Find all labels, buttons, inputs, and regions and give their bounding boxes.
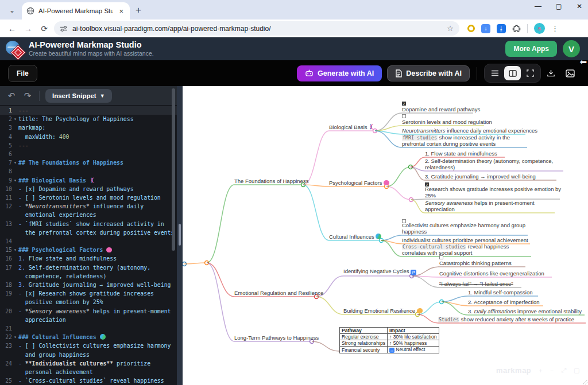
fold-arrow-icon[interactable]: ▾: [12, 246, 18, 254]
leaf-individualist[interactable]: Individualist cultures prioritize person…: [402, 238, 537, 244]
reload-icon[interactable]: ⟳: [38, 24, 51, 33]
extension-save-icon[interactable]: ⭳: [497, 24, 506, 33]
editor-line-21[interactable]: 21: [0, 324, 177, 333]
new-tab-button[interactable]: +: [136, 5, 141, 16]
editor-line-11[interactable]: 11- [ ] Serotonin levels and mood regula…: [0, 193, 177, 202]
redo-icon[interactable]: ↷: [22, 91, 33, 101]
leaf-cognitive-distortions[interactable]: Cognitive distortions like overgeneraliz…: [439, 271, 568, 277]
editor-line-5[interactable]: 5---: [0, 141, 177, 150]
zoom-out-icon[interactable]: −: [550, 367, 554, 374]
leaf-sensory-awareness[interactable]: Sensory awareness helps in present-momen…: [425, 200, 541, 212]
back-icon[interactable]: ←: [6, 24, 18, 33]
editor-line-20[interactable]: 20- *Sensory awareness* helps in present…: [0, 307, 177, 324]
export-image-button[interactable]: [560, 65, 580, 81]
leaf-fmri[interactable]: fMRI studies show increased activity in …: [402, 135, 532, 147]
fold-arrow-icon[interactable]: ▾: [12, 333, 18, 341]
tab-close-icon[interactable]: ×: [117, 7, 125, 15]
leaf-serotonin[interactable]: Serotonin levels and mood regulation: [402, 119, 523, 126]
fold-arrow-icon[interactable]: ▾: [12, 115, 18, 123]
leaf-collectivist[interactable]: Collectivist cultures emphasize harmony …: [402, 223, 533, 235]
editor-line-17[interactable]: 172. Self-determination theory (autonomy…: [0, 263, 177, 281]
panel-resize-divider[interactable]: [177, 86, 183, 385]
mindmap-panel[interactable]: markmap + − ⤢ ▢ ◑ The Foundations of Hap…: [183, 86, 588, 385]
undo-icon[interactable]: ↶: [6, 91, 17, 101]
editor-line-18[interactable]: 183. Gratitude journaling → improved wel…: [0, 281, 177, 289]
editor-line-4[interactable]: 4 maxWidth: 400: [0, 133, 177, 141]
branch-negative-cycles[interactable]: Identifying Negative Cycles ⇄: [343, 269, 430, 275]
leaf-self-determination[interactable]: 2. Self-determination theory (autonomy, …: [425, 158, 567, 170]
site-settings-icon[interactable]: [60, 25, 68, 33]
editor-line-9[interactable]: 9▾### Biological Basis: [0, 176, 177, 185]
editor-scrollbar[interactable]: [172, 88, 175, 251]
frame-icon[interactable]: ▢: [574, 367, 579, 374]
branch-long-term[interactable]: Long-Term Pathways to Happiness: [234, 335, 323, 341]
leaf-cross-cultural[interactable]: Cross-cultural studies reveal happiness …: [402, 244, 534, 256]
extension-download-icon[interactable]: ↓: [481, 24, 490, 33]
fold-arrow-icon[interactable]: ▾: [12, 158, 18, 167]
user-avatar[interactable]: V: [563, 40, 580, 57]
view-editor-only-button[interactable]: [486, 66, 503, 80]
browser-tab[interactable]: AI-Powered Markmap Studio ×: [22, 2, 130, 20]
editor-line-8[interactable]: 8: [0, 167, 177, 176]
fit-view-icon[interactable]: ⤢: [561, 367, 566, 374]
view-fullscreen-button[interactable]: [522, 66, 539, 80]
window-maximize-button[interactable]: ▢: [555, 2, 563, 10]
editor-line-25[interactable]: 25- `Cross-cultural studies` reveal happ…: [0, 376, 177, 385]
zoom-in-icon[interactable]: +: [539, 367, 542, 374]
leaf-self-compassion[interactable]: 1. Mindful self-compassion: [468, 290, 571, 296]
branch-building-resilience[interactable]: Building Emotional Resilience: [343, 308, 432, 314]
leaf-neurotransmitters[interactable]: Neurotransmitters influence daily emotio…: [402, 128, 540, 134]
editor-line-23[interactable]: 23- [ ] Collectivist cultures emphasize …: [0, 341, 177, 359]
branch-foundations[interactable]: The Foundations of Happiness: [234, 178, 318, 185]
editor-line-16[interactable]: 161. Flow state and mindfulness: [0, 254, 177, 263]
branch-psychological-factors[interactable]: Psychological Factors: [329, 180, 401, 186]
forward-icon[interactable]: →: [22, 24, 34, 33]
describe-with-ai-button[interactable]: Describe with AI: [387, 65, 470, 81]
leaf-acceptance[interactable]: 2. Acceptance of imperfection: [468, 300, 574, 306]
extension-ring-icon[interactable]: [467, 25, 475, 32]
leaf-gratitude-research[interactable]: Research shows gratitude increases posit…: [425, 186, 562, 199]
generate-with-ai-button[interactable]: Generate with AI: [297, 65, 382, 81]
markmap-brand[interactable]: markmap: [496, 366, 531, 375]
leaf-catastrophic[interactable]: Catastrophic thinking patterns: [439, 260, 554, 267]
leaf-always-fail[interactable]: "I always fail" → "I failed once": [439, 281, 563, 287]
view-split-button[interactable]: [504, 66, 521, 80]
editor-line-15[interactable]: 15▾### Psychological Factors: [0, 246, 177, 254]
code-editor[interactable]: 1---2▾title: The Psychology of Happiness…: [0, 105, 177, 385]
tab-search-chevron-icon[interactable]: ⌄: [5, 3, 20, 18]
extensions-puzzle-icon[interactable]: [512, 24, 521, 33]
window-minimize-button[interactable]: —: [534, 2, 542, 10]
editor-line-2[interactable]: 2▾title: The Psychology of Happiness: [0, 115, 177, 123]
editor-line-13[interactable]: 13- `fMRI studies` show increased activi…: [0, 220, 177, 237]
editor-line-3[interactable]: 3markmap:: [0, 123, 177, 132]
more-apps-button[interactable]: More Apps: [505, 41, 557, 57]
resize-grip[interactable]: [179, 224, 181, 246]
editor-line-7[interactable]: 7▾## The Foundations of Happiness: [0, 158, 177, 167]
fold-arrow-icon[interactable]: ▾: [12, 176, 18, 185]
download-button[interactable]: [541, 65, 560, 81]
editor-line-1[interactable]: 1---: [0, 106, 177, 115]
leaf-studies-anxiety[interactable]: Studies show reduced anxiety after 8 wee…: [438, 317, 588, 323]
branch-biological-basis[interactable]: Biological Basis: [329, 124, 392, 131]
editor-line-6[interactable]: 6: [0, 150, 177, 158]
leaf-gratitude-journaling[interactable]: 3. Gratitude journaling → improved well-…: [425, 174, 563, 180]
bookmark-star-icon[interactable]: ☆: [447, 24, 454, 33]
file-menu-button[interactable]: File: [8, 65, 37, 82]
leaf-flow-state[interactable]: 1. Flow state and mindfulness: [425, 151, 540, 157]
editor-line-14[interactable]: 14: [0, 237, 177, 246]
insert-snippet-button[interactable]: Insert Snippet▼: [45, 89, 112, 103]
line-number: 15: [0, 246, 12, 254]
browser-profile-avatar[interactable]: s: [534, 23, 545, 34]
window-close-button[interactable]: ✕: [575, 2, 583, 10]
browser-menu-icon[interactable]: ⋮: [551, 24, 559, 33]
leaf-daily-affirmations[interactable]: 3. Daily affirmations improve emotional …: [468, 309, 588, 315]
leaf-dopamine[interactable]: Dopamine and reward pathways: [402, 107, 517, 113]
editor-line-22[interactable]: 22▾### Cultural Influences: [0, 333, 177, 341]
branch-cultural-influences[interactable]: Cultural Influences: [329, 234, 395, 240]
editor-line-24[interactable]: 24- **Individualist cultures** prioritiz…: [0, 359, 177, 376]
editor-line-12[interactable]: 12- *Neurotransmitters* influence daily …: [0, 202, 177, 219]
editor-line-10[interactable]: 10- [x] Dopamine and reward pathways: [0, 185, 177, 193]
branch-emotional-regulation[interactable]: Emotional Regulation and Resilience: [234, 290, 326, 297]
editor-line-19[interactable]: 19- [x] Research shows gratitude increas…: [0, 289, 177, 306]
url-field[interactable]: ai-toolbox.visual-paradigm.com/app/ai-po…: [54, 21, 459, 36]
